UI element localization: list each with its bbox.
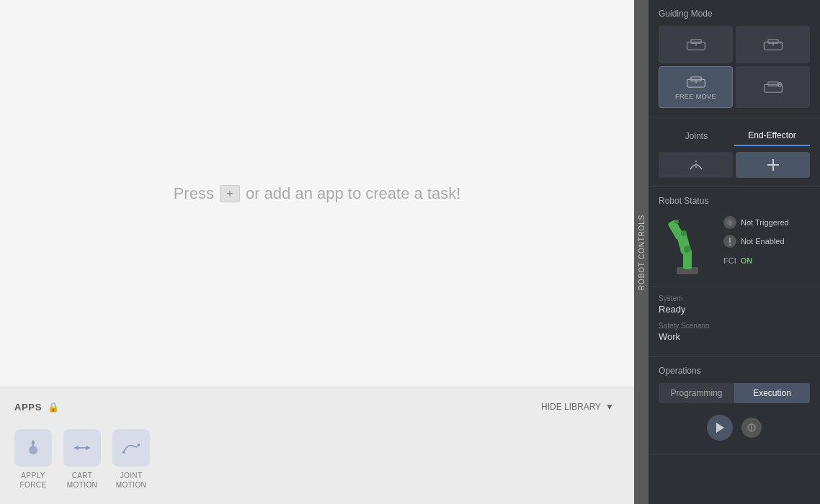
svg-marker-4 — [86, 446, 89, 451]
not-triggered-icon: ! — [723, 216, 736, 229]
execution-tab[interactable]: Execution — [734, 383, 810, 403]
lock-icon: 🔒 — [48, 402, 60, 413]
app-item-apply-force[interactable]: APPLYFORCE — [14, 429, 52, 490]
robot-controls-label: ROBOT CONTROLS — [638, 215, 646, 290]
library-panel: APPS 🔒 HIDE LIBRARY ▼ APPLYFORCE — [0, 387, 634, 504]
joints-tabs: Joints End-Effector — [659, 126, 810, 146]
svg-rect-36 — [729, 244, 731, 246]
guiding-mode-btn-2[interactable] — [736, 26, 810, 63]
svg-point-0 — [29, 446, 37, 454]
robot-status-section: Robot Status — [649, 187, 820, 287]
svg-marker-2 — [31, 440, 35, 444]
not-enabled-icon — [723, 235, 736, 248]
app-item-cart-motion[interactable]: CARTMOTION — [63, 429, 101, 490]
system-value: Ready — [659, 304, 810, 315]
cart-motion-label: CARTMOTION — [67, 471, 97, 490]
svg-point-6 — [122, 451, 125, 454]
play-button[interactable] — [707, 415, 733, 441]
apply-force-label: APPLYFORCE — [20, 471, 47, 490]
svg-marker-5 — [75, 446, 79, 451]
svg-rect-19 — [767, 82, 777, 86]
system-section: System Ready Safety Scenario Work — [649, 287, 820, 357]
svg-point-30 — [684, 246, 691, 253]
apps-label: APPS — [14, 402, 42, 413]
not-triggered-text: Not Triggered — [741, 218, 789, 227]
joint-btn-2[interactable] — [736, 152, 810, 178]
ops-controls — [659, 410, 810, 445]
not-triggered-row: ! Not Triggered — [723, 216, 810, 229]
stop-button[interactable] — [741, 418, 762, 438]
svg-rect-35 — [729, 238, 731, 243]
guiding-mode-btn-1[interactable] — [659, 26, 733, 63]
guiding-mode-title: Guiding Mode — [659, 9, 810, 19]
svg-text:!: ! — [729, 220, 731, 226]
fci-label: FCI — [723, 256, 736, 265]
hide-library-button[interactable]: HIDE LIBRARY ▼ — [535, 399, 620, 415]
guiding-mode-section: Guiding Mode — [649, 0, 820, 117]
joints-section: Joints End-Effector — [649, 117, 820, 187]
system-label: System — [659, 294, 810, 302]
free-move-label: FREE MOVE — [675, 93, 716, 100]
app-icons-container: APPLYFORCE CARTMOTION — [14, 426, 620, 492]
fci-value: ON — [741, 256, 753, 265]
ops-tabs: Programming Execution — [659, 383, 810, 403]
chevron-down-icon: ▼ — [605, 402, 614, 412]
operations-section: Operations Programming Execution — [649, 357, 820, 454]
joint-motion-icon — [112, 429, 150, 467]
library-header: APPS 🔒 HIDE LIBRARY ▼ — [14, 399, 620, 415]
robot-controls-tab[interactable]: ROBOT CONTROLS — [634, 0, 649, 504]
apps-title: APPS 🔒 — [14, 402, 60, 413]
main-area: Press + or add an app to create a task! … — [0, 0, 634, 504]
svg-point-31 — [681, 230, 687, 236]
not-enabled-row: Not Enabled — [723, 235, 810, 248]
guiding-mode-btn-4[interactable] — [736, 66, 810, 108]
safety-value: Work — [659, 331, 810, 342]
guiding-mode-free-move[interactable]: FREE MOVE — [659, 66, 733, 108]
svg-marker-37 — [716, 423, 724, 433]
task-prompt: Press + or add an app to create a task! — [174, 184, 461, 203]
status-indicators: ! Not Triggered Not Enabled FCI — [723, 213, 810, 265]
prompt-text: or add an app to create a task! — [246, 184, 460, 203]
svg-point-7 — [138, 444, 141, 446]
app-item-joint-motion[interactable]: JOINTMOTION — [112, 429, 150, 490]
joint-btn-1[interactable] — [659, 152, 733, 178]
joint-motion-label: JOINTMOTION — [116, 471, 146, 490]
robot-status-title: Robot Status — [659, 196, 810, 206]
programming-tab[interactable]: Programming — [659, 383, 734, 403]
press-text: Press — [174, 184, 214, 203]
fci-row: FCI ON — [723, 256, 810, 265]
svg-point-32 — [674, 220, 679, 224]
apply-force-icon — [14, 429, 52, 467]
robot-status-content: ! Not Triggered Not Enabled FCI — [659, 213, 810, 278]
operations-title: Operations — [659, 366, 810, 376]
task-area: Press + or add an app to create a task! — [0, 0, 634, 387]
robot-arm-visual — [659, 213, 716, 278]
joints-tab[interactable]: Joints — [659, 126, 734, 146]
guiding-mode-grid: FREE MOVE — [659, 26, 810, 108]
end-effector-tab[interactable]: End-Effector — [734, 126, 810, 146]
safety-label: Safety Scenario — [659, 322, 810, 330]
not-enabled-text: Not Enabled — [741, 237, 785, 246]
right-panel: Guiding Mode — [649, 0, 820, 504]
cart-motion-icon — [63, 429, 101, 467]
add-task-button[interactable]: + — [220, 185, 240, 202]
joints-content — [659, 152, 810, 178]
